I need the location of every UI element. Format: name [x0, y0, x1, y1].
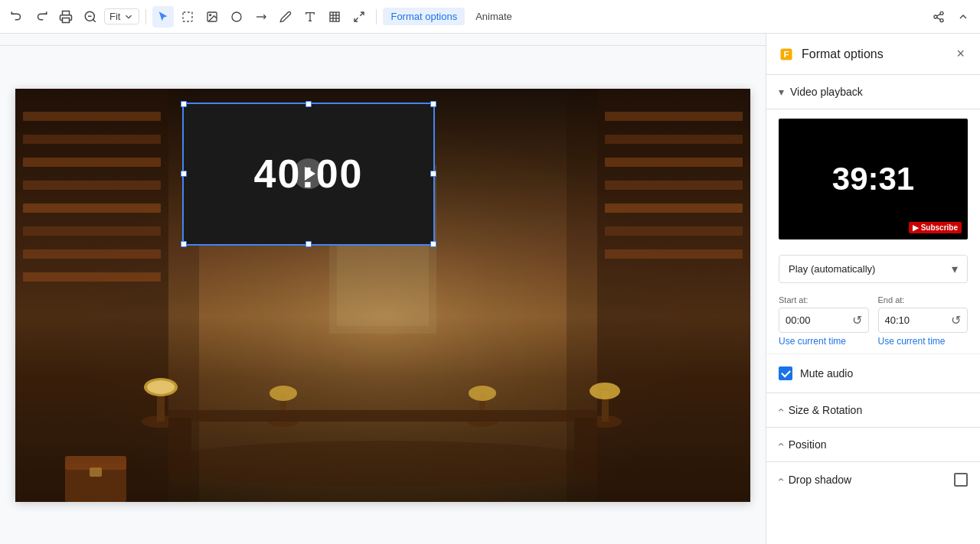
slide-viewport: 40:00 [0, 46, 766, 544]
table-tool[interactable] [324, 6, 345, 28]
image-insert-tool[interactable] [201, 6, 223, 28]
panel-header: F Format options × [766, 34, 980, 75]
size-rotation-section[interactable]: › Size & Rotation [766, 393, 980, 427]
select-tool[interactable] [152, 6, 174, 28]
expand-tool[interactable] [348, 6, 370, 28]
chevron-down-icon: ▾ [779, 86, 784, 98]
end-time-input[interactable] [885, 314, 931, 326]
svg-line-2 [93, 19, 95, 21]
svg-rect-37 [605, 112, 743, 121]
format-options-button[interactable]: Format options [383, 8, 465, 25]
position-title: Position [789, 438, 827, 451]
svg-rect-11 [330, 12, 339, 21]
undo-button[interactable] [6, 6, 28, 28]
drop-shadow-title: Drop shadow [789, 474, 852, 486]
svg-rect-58 [168, 418, 191, 479]
close-button[interactable]: × [953, 44, 968, 64]
ruler-horizontal: // Will be rendered via inline SVG appro… [0, 34, 766, 46]
play-dropdown[interactable]: Play (automatically) ▾ [779, 255, 968, 283]
svg-rect-43 [605, 249, 743, 259]
line-tool[interactable] [250, 6, 272, 28]
pen-tool[interactable] [275, 6, 296, 28]
drop-shadow-checkbox[interactable] [954, 473, 968, 487]
svg-point-7 [232, 12, 241, 21]
reset-start-time-button[interactable]: ↺ [852, 313, 862, 327]
end-time-field[interactable]: ↺ [878, 308, 969, 333]
svg-text:F: F [783, 49, 789, 59]
chevron-right-icon: › [774, 409, 786, 412]
chevron-right-icon: › [774, 478, 786, 482]
redo-button[interactable] [31, 6, 52, 28]
svg-rect-0 [63, 18, 70, 22]
start-at-wrap: Start at: ↺ Use current time [779, 295, 869, 347]
text-tool[interactable] [299, 6, 321, 28]
svg-line-17 [354, 18, 358, 21]
svg-rect-57 [168, 410, 597, 422]
ruler-svg: // Will be rendered via inline SVG appro… [0, 34, 766, 45]
use-current-time-2[interactable]: Use current time [878, 336, 946, 347]
preview-badge: ▶ Subscribe [909, 222, 962, 233]
region-select-tool[interactable] [177, 6, 198, 28]
svg-rect-36 [23, 272, 161, 282]
share-icon[interactable] [928, 6, 949, 28]
chevron-down-icon: ▾ [952, 262, 958, 276]
separator-1 [145, 9, 146, 24]
svg-point-6 [210, 14, 211, 15]
svg-rect-40 [605, 181, 743, 190]
separator-2 [376, 9, 377, 24]
svg-rect-34 [23, 226, 161, 236]
shape-tool[interactable] [226, 6, 247, 28]
drop-shadow-left: › Drop shadow [779, 474, 851, 486]
position-section[interactable]: › Position [766, 427, 980, 461]
svg-rect-62 [90, 467, 102, 477]
svg-line-22 [937, 14, 941, 16]
zoom-label: Fit [109, 11, 120, 22]
svg-rect-30 [23, 135, 161, 144]
svg-line-21 [937, 18, 941, 20]
svg-point-18 [940, 11, 943, 15]
svg-point-20 [940, 18, 943, 21]
svg-rect-31 [23, 158, 161, 167]
svg-rect-41 [605, 204, 743, 213]
svg-rect-4 [183, 12, 192, 21]
zoom-selector[interactable]: Fit [104, 8, 139, 24]
video-playback-section-header[interactable]: ▾ Video playback [766, 75, 980, 109]
format-panel: F Format options × ▾ Video playback 39:3… [766, 34, 980, 544]
svg-line-16 [361, 12, 364, 16]
start-time-input[interactable] [786, 314, 831, 326]
svg-rect-38 [605, 135, 743, 144]
chevron-right-icon: › [774, 443, 786, 447]
end-at-wrap: End at: ↺ Use current time [878, 295, 969, 347]
zoom-out-button[interactable] [80, 6, 101, 28]
slide[interactable]: 40:00 [15, 89, 750, 502]
svg-rect-32 [23, 181, 161, 190]
drop-shadow-section[interactable]: › Drop shadow [766, 461, 980, 497]
reset-end-time-button[interactable]: ↺ [951, 313, 961, 327]
main-area: // Will be rendered via inline SVG appro… [0, 34, 980, 544]
animate-button[interactable]: Animate [468, 8, 520, 25]
preview-timer: 39:31 [832, 161, 914, 197]
use-current-time-1[interactable]: Use current time [779, 336, 846, 347]
svg-rect-29 [23, 112, 161, 121]
mute-audio-label: Mute audio [800, 367, 853, 379]
start-time-field[interactable]: ↺ [779, 308, 869, 333]
start-at-label: Start at: [779, 295, 869, 305]
svg-rect-35 [23, 249, 161, 259]
svg-point-53 [469, 386, 496, 401]
video-element[interactable]: 40:00 [182, 103, 435, 246]
video-preview: 39:31 ▶ Subscribe [779, 119, 968, 239]
mute-audio-checkbox[interactable] [779, 366, 792, 380]
panel-title: Format options [802, 47, 884, 61]
video-playback-title: Video playback [790, 86, 863, 98]
svg-rect-33 [23, 204, 161, 213]
play-dropdown-label: Play (automatically) [789, 263, 875, 275]
panel-header-left: F Format options [779, 47, 884, 62]
play-icon[interactable] [293, 158, 324, 189]
checkmark-icon [779, 366, 792, 380]
canvas-area: // Will be rendered via inline SVG appro… [0, 34, 766, 544]
end-at-label: End at: [878, 295, 969, 305]
chevron-up-icon[interactable] [952, 6, 974, 28]
print-button[interactable] [55, 6, 77, 28]
video-content: 40:00 [184, 104, 433, 244]
svg-rect-39 [605, 158, 743, 167]
